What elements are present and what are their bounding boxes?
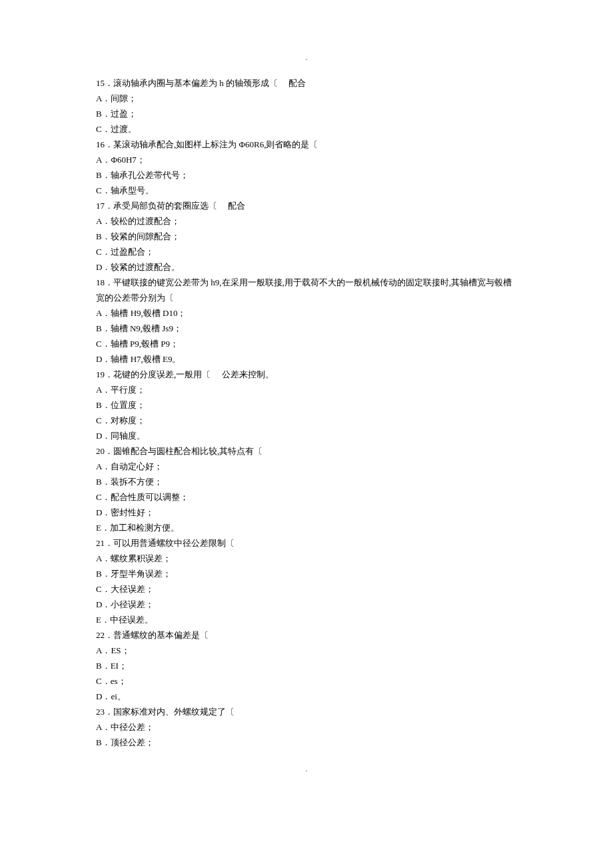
text-line: 17．承受局部负荷的套圈应选〔 配合 bbox=[96, 198, 517, 213]
text-line: B．装拆不方便； bbox=[96, 474, 517, 489]
text-line: A．中径公差； bbox=[96, 719, 517, 735]
text-line: A．平行度； bbox=[96, 382, 517, 397]
text-line: A．较松的过渡配合； bbox=[96, 213, 517, 229]
text-line: E．加工和检测方便。 bbox=[96, 520, 517, 535]
text-line: C．对称度； bbox=[96, 413, 517, 428]
text-line: A．Φ60H7； bbox=[96, 152, 517, 167]
text-line: C．es； bbox=[96, 673, 517, 689]
text-line: 20．圆锥配合与圆柱配合相比较,其特点有〔 bbox=[96, 443, 517, 459]
text-line: B．EI； bbox=[96, 658, 517, 673]
text-line: B．较紧的间隙配合； bbox=[96, 229, 517, 244]
text-line: C．过盈配合； bbox=[96, 244, 517, 259]
text-line: C．配合性质可以调整； bbox=[96, 489, 517, 505]
text-line: B．轴承孔公差带代号； bbox=[96, 167, 517, 183]
text-line: A．ES； bbox=[96, 643, 517, 658]
text-line: C．轴承型号。 bbox=[96, 183, 517, 198]
text-line: 22．普通螺纹的基本偏差是〔 bbox=[96, 627, 517, 643]
text-line: A．自动定心好； bbox=[96, 459, 517, 474]
text-line: B．轴槽 N9,毂槽 Js9； bbox=[96, 321, 517, 336]
text-line: C．大径误差； bbox=[96, 581, 517, 597]
document-page: . 15．滚动轴承内圈与基本偏差为 h 的轴颈形成〔 配合 A．间隙； B．过盈… bbox=[0, 0, 613, 790]
text-line: D．轴槽 H7,毂槽 E9。 bbox=[96, 351, 517, 367]
text-line: 16．某滚动轴承配合,如图样上标注为 Φ60R6,则省略的是〔 bbox=[96, 137, 517, 152]
text-line: B．过盈； bbox=[96, 106, 517, 121]
text-line: D．较紧的过渡配合。 bbox=[96, 259, 517, 275]
text-line: 19．花键的分度误差,一般用〔 公差来控制。 bbox=[96, 367, 517, 382]
text-line: B．牙型半角误差； bbox=[96, 566, 517, 581]
text-line: E．中径误差。 bbox=[96, 612, 517, 627]
text-line: 21．可以用普通螺纹中径公差限制〔 bbox=[96, 535, 517, 551]
text-line: D．同轴度。 bbox=[96, 428, 517, 443]
text-line: A．间隙； bbox=[96, 91, 517, 106]
text-line: 15．滚动轴承内圈与基本偏差为 h 的轴颈形成〔 配合 bbox=[96, 75, 517, 91]
text-line: D．小径误差； bbox=[96, 597, 517, 612]
text-line: C．轴槽 P9,毂槽 P9； bbox=[96, 336, 517, 351]
text-line: 23．国家标准对内、外螺纹规定了〔 bbox=[96, 704, 517, 719]
text-line: B．位置度； bbox=[96, 397, 517, 413]
text-line: A．螺纹累积误差； bbox=[96, 551, 517, 566]
text-line: A．轴槽 H9,毂槽 D10； bbox=[96, 305, 517, 321]
text-line: 18．平键联接的键宽公差带为 h9,在采用一般联接,用于载荷不大的一般机械传动的… bbox=[96, 275, 517, 305]
text-line: B．顶径公差； bbox=[96, 735, 517, 750]
text-line: C．过渡。 bbox=[96, 121, 517, 137]
text-line: D．密封性好； bbox=[96, 505, 517, 520]
footer-dot: . bbox=[0, 761, 613, 777]
header-dot: . bbox=[0, 50, 613, 65]
text-line: D．ei。 bbox=[96, 689, 517, 704]
